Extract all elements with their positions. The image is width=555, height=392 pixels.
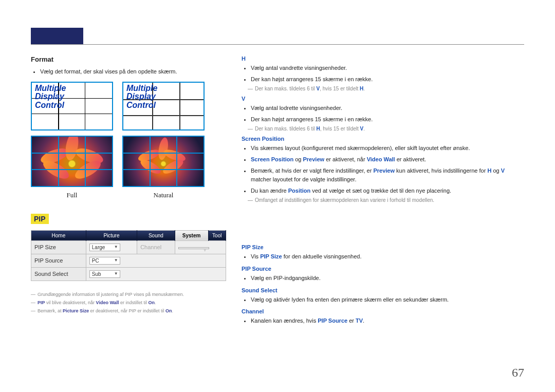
pip-note-2: PIP vil blive deaktiveret, når Video Wal…: [31, 298, 226, 307]
dropdown-pip-source[interactable]: PC: [89, 257, 120, 265]
sound-select-bullet: Vælg og aktivér lyden fra enten den prim…: [251, 295, 524, 305]
header-rule: [31, 44, 524, 45]
pip-size-heading: PIP Size: [242, 244, 524, 250]
pip-source-bullet: Vælg en PIP-indgangskilde.: [251, 274, 524, 283]
header-tab: [31, 28, 83, 44]
pip-note-1: Grundlæggende information til justering …: [31, 290, 226, 298]
h-note: Der kan maks. tildeles 6 til V, hvis 15 …: [248, 86, 524, 91]
channel-heading: Channel: [242, 308, 524, 314]
tab-picture[interactable]: Picture: [86, 230, 137, 240]
sp-bullet-3: Bemærk, at hvis der er valgt flere indst…: [251, 166, 524, 184]
label-channel: Channel: [137, 240, 175, 254]
h-heading: H: [242, 55, 524, 62]
label-sound-select: Sound Select: [31, 267, 86, 281]
pip-size-bullet: Vis PIP Size for den aktuelle visningsen…: [251, 252, 524, 262]
label-pip-size: PIP Size: [31, 240, 86, 254]
screen-position-heading: Screen Position: [242, 136, 524, 142]
v-bullet-1: Vælg antal lodrette visningsenheder.: [251, 104, 524, 113]
v-note: Der kan maks. tildeles 6 til H, hvis 15 …: [248, 126, 524, 132]
format-natural-grid: MultipleDisplayControl: [122, 82, 205, 130]
h-bullet-2: Der kan højst arrangeres 15 skærme i en …: [251, 75, 524, 84]
sp-note: Omfanget af indstillingen for skærmopdel…: [248, 197, 524, 203]
tab-tool[interactable]: Tool: [208, 230, 226, 240]
v-bullet-2: Der kan højst arrangeres 15 skærme i en …: [251, 115, 524, 124]
pip-note-3: Bemærk, at Picture Size er deaktiveret, …: [31, 307, 226, 315]
format-full-grid: MultipleDisplayControl: [31, 82, 113, 130]
sound-select-heading: Sound Select: [242, 287, 524, 293]
pip-settings-panel: Home Picture Sound System Tool PIP Size …: [31, 230, 226, 281]
format-full-image: [31, 136, 113, 187]
tab-home[interactable]: Home: [31, 230, 86, 240]
format-heading: Format: [31, 55, 226, 63]
pip-label: PIP: [31, 214, 49, 224]
mdc-text-natural: MultipleDisplayControl: [126, 84, 157, 110]
caption-full: Full: [31, 191, 113, 199]
sp-bullet-4: Du kan ændre Position ved at vælge et sæ…: [251, 186, 524, 196]
pip-source-heading: PIP Source: [242, 266, 524, 272]
tab-sound[interactable]: Sound: [137, 230, 175, 240]
format-natural-image: [122, 136, 205, 187]
dropdown-channel: [178, 247, 209, 249]
tab-system[interactable]: System: [175, 230, 208, 240]
label-pip-source: PIP Source: [31, 254, 86, 267]
dropdown-pip-size[interactable]: Large: [89, 244, 120, 251]
channel-bullet: Kanalen kan ændres, hvis PIP Source er T…: [251, 316, 524, 326]
caption-natural: Natural: [122, 191, 205, 199]
v-heading: V: [242, 96, 524, 102]
dropdown-sound-select[interactable]: Sub: [89, 270, 120, 278]
sp-bullet-1: Vis skærmes layout (konfigureret med skæ…: [251, 144, 524, 153]
format-bullet: Vælg det format, der skal vises på den o…: [40, 67, 226, 77]
sp-bullet-2: Screen Position og Preview er aktiveret,…: [251, 155, 524, 164]
mdc-text-full: MultipleDisplayControl: [35, 84, 66, 110]
page-number: 67: [512, 366, 524, 380]
h-bullet-1: Vælg antal vandrette visningsenheder.: [251, 64, 524, 73]
